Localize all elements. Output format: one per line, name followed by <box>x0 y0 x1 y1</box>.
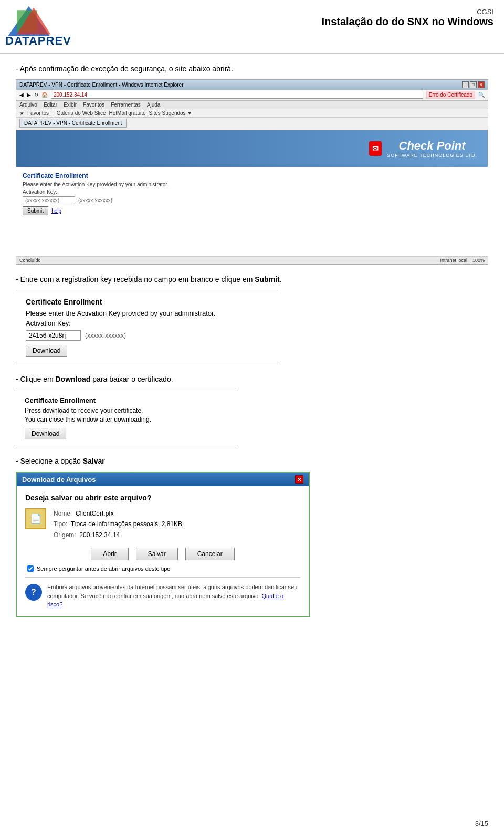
browser-body: ✉ Check Point SOFTWARE TECHNOLOGIES LTD.… <box>16 130 488 256</box>
ce2-title: Certificate Enrollment <box>25 396 227 404</box>
ce-field-row: (xxxxx-xxxxxx) <box>26 330 268 341</box>
menu-editar[interactable]: Editar <box>44 102 57 108</box>
checkpoint-sub: SOFTWARE TECHNOLOGIES LTD. <box>387 153 477 158</box>
save-button[interactable]: Salvar <box>136 548 178 560</box>
header-title-area: CGSI Instalação do do SNX no Windows <box>321 5 494 28</box>
browser-toolbar: ◀ ▶ ↻ 🏠 200.152.34.14 Erro do Certificad… <box>16 90 488 100</box>
browser-form: Certificate Enrollment Please enter the … <box>16 167 488 223</box>
checkpoint-logo-wrap: ✉ Check Point SOFTWARE TECHNOLOGIES LTD. <box>369 139 477 158</box>
fav-star-icon: ★ <box>19 110 24 116</box>
browser-form-sub1: Please enter the Activation Key provided… <box>23 182 481 187</box>
ce-title-1: Certificate Enrollment <box>26 298 268 306</box>
dialog-titlebar: Download de Arquivos ✕ <box>17 473 309 486</box>
dataprev-logo-icon <box>5 5 52 37</box>
activation-key-field[interactable] <box>26 330 81 341</box>
browser-favbar: ★ Favoritos | Galeria do Web Slice HotMa… <box>16 109 488 118</box>
submit-row: Submit help <box>23 206 481 215</box>
browser-form-row: (xxxxx-xxxxxx) <box>23 196 481 204</box>
nav-home-icon[interactable]: 🏠 <box>41 92 48 98</box>
dialog-buttons: Abrir Salvar Cancelar <box>25 548 300 560</box>
page-title: Instalação do do SNX no Windows <box>321 16 494 28</box>
open-button[interactable]: Abrir <box>91 548 128 560</box>
intranet-label: Intranet local <box>440 258 467 263</box>
activation-key-input[interactable] <box>23 196 75 204</box>
certificate-error-badge: Erro do Certificado <box>426 91 475 99</box>
file-icon: 📄 <box>25 508 46 529</box>
page-header: DATAPREV CGSI Instalação do do SNX no Wi… <box>0 0 504 54</box>
nav-forward-icon[interactable]: ▶ <box>27 92 31 98</box>
ce2-sub1: Press download to receive your certifica… <box>25 407 227 414</box>
dialog-checkbox-row: Sempre perguntar antes de abrir arquivos… <box>25 565 300 572</box>
dialog-file-row: 📄 Nome: ClientCert.pfx Tipo: Troca de in… <box>25 508 300 540</box>
cert-enrollment-box-2: Certificate Enrollment Press download to… <box>16 390 236 446</box>
warning-icon: ? <box>25 584 42 601</box>
download-dialog: Download de Arquivos ✕ Deseja salvar ou … <box>16 472 310 617</box>
address-bar[interactable]: 200.152.34.14 <box>51 91 423 99</box>
browser-title-text: DATAPREV - VPN - Certificate Enrollment … <box>19 82 184 88</box>
zoom-level: 100% <box>472 258 485 263</box>
dialog-question: Deseja salvar ou abrir este arquivo? <box>25 494 300 502</box>
fav-favoritos[interactable]: Favoritos <box>27 110 49 116</box>
fav-gallery[interactable]: Galeria do Web Slice <box>57 110 106 116</box>
submit-button[interactable]: Submit <box>23 206 48 215</box>
warning-text: Embora arquivos provenientes da Internet… <box>47 583 300 609</box>
status-text: Concluído <box>19 258 41 263</box>
browser-menubar: Arquivo Editar Exibir Favoritos Ferramen… <box>16 100 488 109</box>
instruction-2: - Entre com a registration key recebida … <box>16 275 488 284</box>
menu-ajuda[interactable]: Ajuda <box>147 102 161 108</box>
fav-separator: | <box>52 110 54 116</box>
always-ask-label: Sempre perguntar antes de abrir arquivos… <box>37 565 170 572</box>
ce-hint: (xxxxx-xxxxxx) <box>85 332 126 339</box>
file-origin-row: Origem: 200.152.34.14 <box>54 530 182 540</box>
download-button-2[interactable]: Download <box>25 428 66 439</box>
nav-back-icon[interactable]: ◀ <box>19 92 24 98</box>
cancel-button[interactable]: Cancelar <box>185 548 235 560</box>
file-type-row: Tipo: Troca de informações pessoais, 2,8… <box>54 519 182 529</box>
browser-form-title: Certificate Enrollment <box>23 172 481 180</box>
maximize-button[interactable]: □ <box>470 81 477 88</box>
browser-statusbar: Concluído Intranet local 100% <box>16 256 488 264</box>
logo-area: DATAPREV <box>5 5 71 48</box>
browser-form-sub2: Activation Key: <box>23 189 481 195</box>
browser-screenshot-1: DATAPREV - VPN - Certificate Enrollment … <box>16 79 488 265</box>
ce-sub-1: Please enter the Activation Key provided… <box>26 309 268 317</box>
dataprev-logo-text: DATAPREV <box>5 34 71 48</box>
file-details: Nome: ClientCert.pfx Tipo: Troca de info… <box>54 508 182 540</box>
fav-hotmail[interactable]: HotMail gratuito <box>109 110 145 116</box>
fav-sites[interactable]: Sites Sugeridos ▼ <box>149 110 193 116</box>
dialog-close-button[interactable]: ✕ <box>295 475 303 484</box>
header-brand: CGSI <box>321 8 494 16</box>
form-hint: (xxxxx-xxxxxx) <box>78 197 112 203</box>
ce-field-label: Activation Key: <box>26 319 268 327</box>
dialog-warning: ? Embora arquivos provenientes da Intern… <box>25 577 300 609</box>
always-ask-checkbox[interactable] <box>27 565 34 572</box>
checkpoint-banner: ✉ Check Point SOFTWARE TECHNOLOGIES LTD. <box>16 130 488 167</box>
file-name-row: Nome: ClientCert.pfx <box>54 508 182 519</box>
instruction-1: - Após confirmação de exceção de seguran… <box>16 65 488 73</box>
menu-ferramentas[interactable]: Ferramentas <box>111 102 141 108</box>
search-icon: 🔍 <box>478 92 485 98</box>
nav-refresh-icon[interactable]: ↻ <box>34 92 38 98</box>
window-controls: _ □ ✕ <box>462 81 485 88</box>
dialog-title-text: Download de Arquivos <box>22 476 96 484</box>
menu-favoritos[interactable]: Favoritos <box>83 102 104 108</box>
instruction-3: - Clique em Download para baixar o certi… <box>16 375 488 383</box>
browser-tab[interactable]: DATAPREV - VPN - Certificate Enrollment <box>19 119 127 128</box>
dialog-body: Deseja salvar ou abrir este arquivo? 📄 N… <box>17 486 309 616</box>
close-button[interactable]: ✕ <box>478 81 485 88</box>
menu-arquivo[interactable]: Arquivo <box>19 102 37 108</box>
download-button-1[interactable]: Download <box>26 345 67 357</box>
minimize-button[interactable]: _ <box>462 81 469 88</box>
help-link[interactable]: help <box>51 208 61 214</box>
cert-enrollment-box-1: Certificate Enrollment Please enter the … <box>16 290 278 364</box>
page-number: 3/15 <box>475 820 488 827</box>
ce2-sub2: You can close this window after download… <box>25 416 227 423</box>
checkpoint-brand: Check Point <box>387 139 477 153</box>
menu-exibir[interactable]: Exibir <box>64 102 77 108</box>
instruction-4: - Selecione a opção Salvar <box>16 457 488 465</box>
main-content: - Após confirmação de exceção de seguran… <box>0 54 504 628</box>
browser-titlebar: DATAPREV - VPN - Certificate Enrollment … <box>16 80 488 90</box>
